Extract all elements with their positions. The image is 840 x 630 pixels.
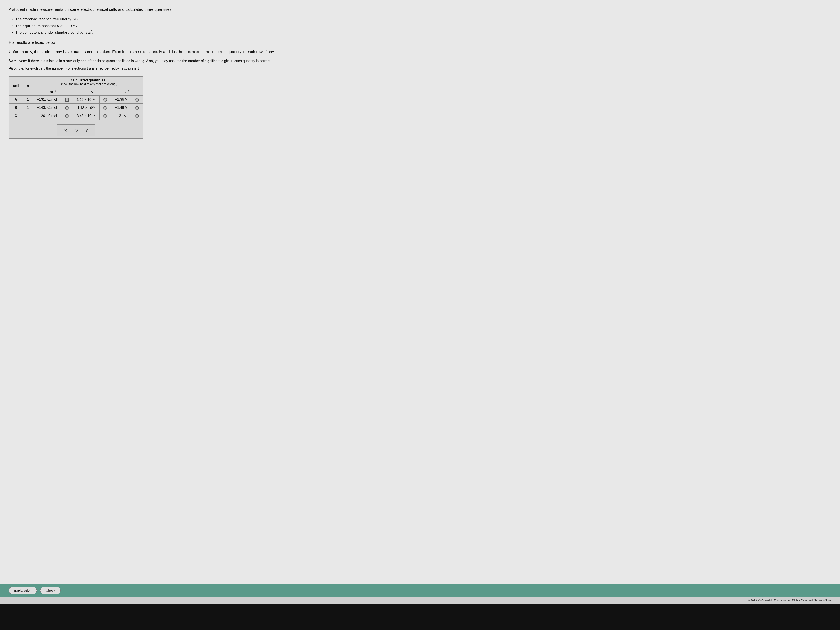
terms-of-use-link[interactable]: Terms of Use — [815, 599, 831, 602]
cell-c-e-value: 1.31 V — [111, 112, 131, 120]
bullet-2: The equilibrium constant K at 25.0 °C. — [15, 23, 831, 30]
cell-c-dg-value: −126. kJ/mol — [33, 112, 61, 120]
cell-a-e-value: −1.36 V — [111, 95, 131, 103]
cell-a-k-value: 1.12 × 10−23 — [73, 95, 99, 103]
bottom-bar: Explanation Check — [0, 584, 840, 597]
cell-c-label: C — [9, 112, 23, 120]
footer: © 2019 McGraw-Hill Education. All Rights… — [0, 597, 840, 604]
main-content: A student made measurements on some elec… — [0, 0, 840, 584]
col-e-header: E0 — [111, 87, 143, 95]
table-row: A 1 −131. kJ/mol 1.12 × 10−23 −1.36 V — [9, 95, 143, 103]
e-radio-c[interactable] — [136, 114, 139, 118]
cell-c-dg-check[interactable] — [61, 112, 73, 120]
results-text: His results are listed below. — [9, 39, 831, 46]
bullet-list: The standard reaction free energy ΔG0. T… — [15, 16, 831, 36]
k-radio-a[interactable] — [103, 98, 107, 101]
unfortunately-text: Unfortunately, the student may have made… — [9, 49, 831, 55]
intro-main: A student made measurements on some elec… — [9, 6, 831, 13]
e-radio-a[interactable] — [136, 98, 139, 101]
cell-c-k-check[interactable] — [99, 112, 111, 120]
cell-b-e-value: −1.48 V — [111, 104, 131, 112]
cell-b-dg-check[interactable] — [61, 104, 73, 112]
table-row: B 1 −143. kJ/mol 1.13 × 1025 −1.48 V — [9, 104, 143, 112]
explanation-button[interactable]: Explanation — [9, 587, 37, 594]
k-radio-c[interactable] — [103, 114, 107, 118]
cell-b-n: 1 — [23, 104, 33, 112]
col-dg-header: ΔG0 — [33, 87, 73, 95]
dg-radio-b[interactable] — [65, 106, 69, 110]
also-note-text: Also note: for each cell, the number n o… — [9, 66, 831, 71]
cell-b-k-value: 1.13 × 1025 — [73, 104, 99, 112]
undo-button[interactable]: ↺ — [73, 127, 80, 134]
cross-button[interactable]: ✕ — [62, 127, 69, 134]
dark-bottom-bar — [0, 604, 840, 630]
col-calculated-header: calculated quantities (Check the box nex… — [33, 76, 143, 87]
cell-c-n: 1 — [23, 112, 33, 120]
bullet-3: The cell potential under standard condit… — [15, 29, 831, 36]
col-k-header: K — [73, 87, 111, 95]
action-buttons: ✕ ↺ ? — [57, 125, 95, 136]
bullet-1: The standard reaction free energy ΔG0. — [15, 16, 831, 23]
cell-a-k-check[interactable] — [99, 95, 111, 103]
cell-b-dg-value: −143. kJ/mol — [33, 104, 61, 112]
dg-radio-c[interactable] — [65, 114, 69, 118]
cell-a-e-check[interactable] — [131, 95, 143, 103]
note-text: Note: Note: If there is a mistake in a r… — [9, 58, 831, 64]
help-button[interactable]: ? — [84, 127, 90, 134]
table-row: C 1 −126. kJ/mol 8.43 × 10−23 1.31 V — [9, 112, 143, 120]
cell-c-k-value: 8.43 × 10−23 — [73, 112, 99, 120]
dg-checkbox-a[interactable] — [65, 98, 69, 101]
e-radio-b[interactable] — [136, 106, 139, 110]
cell-a-dg-value: −131. kJ/mol — [33, 95, 61, 103]
cell-a-dg-check[interactable] — [61, 95, 73, 103]
cell-b-k-check[interactable] — [99, 104, 111, 112]
k-radio-b[interactable] — [103, 106, 107, 110]
cell-b-e-check[interactable] — [131, 104, 143, 112]
col-n-header: n — [23, 76, 33, 95]
cell-a-n: 1 — [23, 95, 33, 103]
cell-a-label: A — [9, 95, 23, 103]
data-table: cell n calculated quantities (Check the … — [9, 76, 143, 139]
check-button[interactable]: Check — [40, 587, 61, 594]
copyright-text: © 2019 McGraw-Hill Education. All Rights… — [748, 599, 814, 602]
cell-b-label: B — [9, 104, 23, 112]
table-wrapper: cell n calculated quantities (Check the … — [9, 76, 831, 139]
cell-c-e-check[interactable] — [131, 112, 143, 120]
action-row: ✕ ↺ ? — [9, 120, 143, 139]
col-cell-header: cell — [9, 76, 23, 95]
